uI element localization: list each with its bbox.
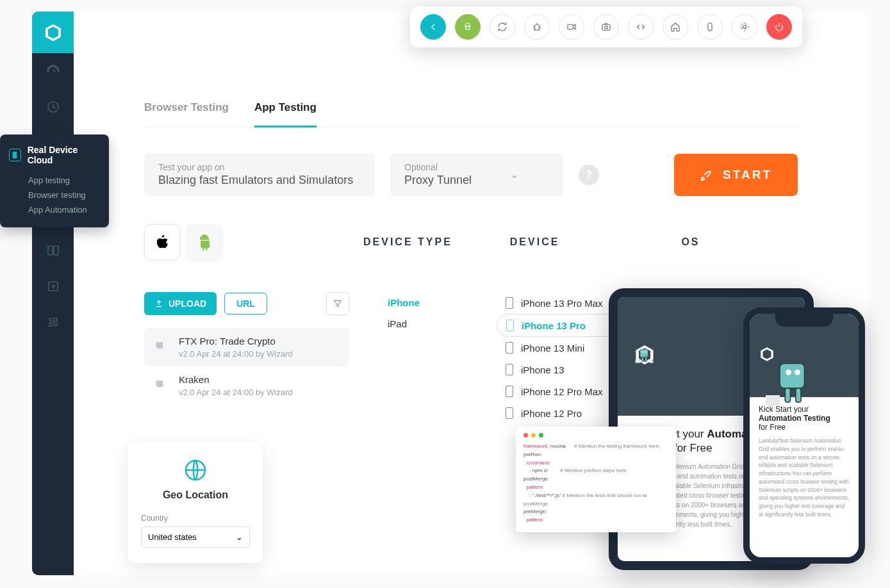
svg-rect-15 — [602, 24, 610, 30]
help-icon[interactable]: ? — [579, 165, 599, 185]
svg-point-24 — [645, 352, 646, 352]
gauge-icon[interactable] — [32, 53, 74, 89]
code-button[interactable] — [628, 14, 654, 40]
robot-illustration — [759, 346, 829, 416]
app-row[interactable]: Kraken v2.0 Apr 24 at 24:00 by Wizard — [144, 366, 349, 405]
svg-point-11 — [54, 323, 57, 326]
phone-icon — [506, 297, 513, 309]
svg-rect-14 — [568, 24, 573, 29]
phone-icon — [506, 386, 513, 397]
rocket-icon — [700, 168, 714, 182]
phone-icon — [506, 320, 514, 331]
svg-rect-10 — [49, 323, 53, 326]
svg-point-18 — [743, 26, 746, 29]
device-button[interactable] — [697, 14, 723, 40]
phone-preview: Kick Start yourAutomation Testingfor Fre… — [743, 307, 865, 564]
platform-row: DEVICE TYPE DEVICE OS — [144, 224, 798, 260]
tab-browser-testing[interactable]: Browser Testing — [144, 101, 229, 127]
proxy-tunnel-selector[interactable]: Optional Proxy Tunnel ⌄ — [390, 153, 563, 196]
svg-rect-29 — [780, 364, 805, 389]
clock-icon[interactable] — [32, 89, 74, 125]
device-item[interactable]: iPhone 12 Pro — [497, 402, 625, 424]
back-button[interactable] — [420, 14, 446, 40]
phone-icon — [506, 364, 513, 375]
popup-item-browser-testing[interactable]: Browser testing — [9, 188, 100, 202]
apps-actions: UPLOAD URL — [144, 292, 349, 315]
tab-app-testing[interactable]: App Testing — [254, 101, 317, 127]
popup-item-app-automation[interactable]: App Automation — [9, 202, 100, 217]
video-button[interactable] — [559, 14, 584, 40]
code-window: framework: mocha # Mention the testing f… — [516, 427, 676, 532]
plus-icon[interactable] — [32, 268, 74, 304]
chevron-down-icon: ⌄ — [236, 532, 243, 542]
app-meta: v2.0 Apr 24 at 24:00 by Wizard — [179, 388, 293, 397]
robot-illustration — [633, 343, 656, 366]
android-button[interactable] — [455, 14, 481, 40]
upload-icon — [154, 299, 163, 308]
device-item[interactable]: iPhone 13 — [497, 359, 625, 380]
app-name: FTX Pro: Trade Crypto — [179, 336, 293, 347]
svg-rect-9 — [54, 318, 57, 322]
brand-logo[interactable] — [32, 12, 74, 53]
start-button[interactable]: START — [674, 154, 798, 196]
svg-rect-27 — [636, 359, 640, 363]
apple-icon — [151, 336, 169, 354]
svg-rect-25 — [642, 357, 644, 362]
grid-icon[interactable] — [32, 304, 74, 340]
svg-rect-32 — [785, 388, 790, 402]
svg-point-8 — [49, 318, 52, 321]
svg-rect-33 — [796, 388, 801, 402]
device-item[interactable]: iPhone 13 Mini — [497, 337, 625, 359]
svg-point-23 — [643, 352, 643, 352]
refresh-button[interactable] — [490, 14, 515, 40]
app-row[interactable]: FTX Pro: Trade Crypto v2.0 Apr 24 at 24:… — [144, 328, 349, 366]
emulator-selector[interactable]: Test your app on Blazing fast Emulators … — [144, 153, 375, 196]
popup-item-app-testing[interactable]: App testing — [9, 173, 100, 188]
filter-button[interactable] — [326, 292, 349, 315]
country-select[interactable]: United states ⌄ — [141, 527, 250, 548]
phone-icon — [506, 342, 513, 354]
upload-button[interactable]: UPLOAD — [144, 292, 217, 315]
device-item[interactable]: iPhone 12 Pro Max — [497, 380, 625, 402]
screenshot-button[interactable] — [593, 14, 619, 40]
traffic-lights — [523, 433, 668, 437]
geo-location-card: Geo Location Country United states ⌄ — [128, 442, 263, 563]
phone-text: LambdaTest Selenium Automation Grid enab… — [759, 437, 850, 519]
svg-rect-5 — [48, 246, 53, 255]
bug-button[interactable] — [524, 14, 550, 40]
svg-point-31 — [795, 370, 800, 375]
globe-icon — [183, 457, 208, 483]
device-type-list: iPhone iPad — [388, 292, 458, 424]
svg-rect-6 — [54, 246, 58, 255]
chevron-down-icon: ⌄ — [510, 168, 518, 181]
tabs: Browser Testing App Testing — [144, 101, 798, 127]
device-list: iPhone 13 Pro Max iPhone 13 Pro iPhone 1… — [497, 292, 625, 424]
android-platform-button[interactable] — [186, 224, 222, 260]
split-icon[interactable] — [32, 233, 74, 268]
device-icon — [9, 149, 21, 161]
power-button[interactable] — [766, 14, 792, 40]
device-item[interactable]: iPhone 13 Pro — [497, 314, 625, 337]
home-button[interactable] — [663, 14, 688, 40]
real-device-cloud-popup: Real Device Cloud App testing Browser te… — [0, 135, 109, 227]
svg-point-30 — [786, 370, 791, 375]
device-type-header: DEVICE TYPE — [363, 236, 452, 248]
sidebar — [32, 12, 74, 575]
phone-notch — [775, 314, 833, 327]
app-name: Kraken — [179, 374, 293, 385]
settings-button[interactable] — [732, 14, 757, 40]
apple-platform-button[interactable] — [144, 224, 180, 260]
svg-rect-34 — [766, 395, 780, 406]
svg-rect-20 — [640, 349, 648, 357]
geo-title: Geo Location — [141, 489, 250, 501]
popup-title: Real Device Cloud — [9, 145, 100, 165]
device-item[interactable]: iPhone 13 Pro Max — [497, 292, 625, 314]
svg-rect-26 — [645, 357, 647, 362]
apps-panel: UPLOAD URL FTX Pro: Trade Crypto v2.0 Ap… — [144, 292, 349, 424]
svg-point-16 — [605, 26, 608, 29]
app-meta: v2.0 Apr 24 at 24:00 by Wizard — [179, 349, 293, 359]
device-type-ipad[interactable]: iPad — [388, 313, 458, 334]
device-type-iphone[interactable]: iPhone — [388, 292, 458, 313]
url-button[interactable]: URL — [224, 293, 267, 314]
device-header: DEVICE — [510, 236, 560, 248]
